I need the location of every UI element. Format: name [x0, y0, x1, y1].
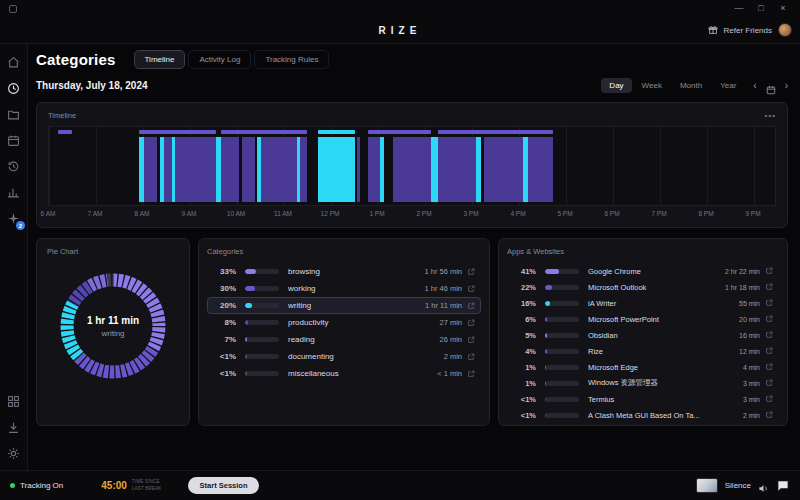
sidebar-item-download[interactable] [7, 421, 20, 434]
stat-row[interactable]: 22% Microsoft Outlook 1 hr 18 min [507, 279, 779, 295]
external-link-icon[interactable] [467, 370, 475, 378]
external-link-icon[interactable] [467, 268, 475, 276]
external-link-icon[interactable] [765, 299, 773, 307]
maximize-button[interactable]: □ [750, 0, 772, 17]
external-link-icon[interactable] [765, 395, 773, 403]
donut-center-value: 1 hr 11 min [87, 315, 139, 326]
timeline-chart[interactable] [48, 126, 776, 206]
stat-row[interactable]: <1% Termius 3 min [507, 391, 779, 407]
timeline-activity-segment[interactable] [357, 137, 360, 202]
timeline-session-segment[interactable] [318, 130, 356, 134]
timeline-session-segment[interactable] [58, 130, 72, 134]
sidebar-item-settings[interactable] [7, 447, 20, 460]
external-link-icon[interactable] [467, 302, 475, 310]
range-week[interactable]: Week [634, 78, 670, 93]
range-day[interactable]: Day [601, 78, 631, 93]
calendar-picker-button[interactable] [766, 81, 776, 91]
timeline-session-segment[interactable] [139, 130, 216, 134]
external-link-icon[interactable] [765, 331, 773, 339]
stat-row[interactable]: 20% writing 1 hr 11 min [207, 297, 481, 314]
range-year[interactable]: Year [712, 78, 744, 93]
stat-row[interactable]: <1% documenting 2 min [207, 348, 481, 365]
tab-tracking-rules[interactable]: Tracking Rules [254, 50, 329, 69]
chat-bubble-icon[interactable] [776, 479, 790, 493]
timeline-activity-segment[interactable] [175, 137, 216, 202]
timeline-activity-segment[interactable] [393, 137, 431, 202]
external-link-icon[interactable] [765, 347, 773, 355]
timeline-activity-segment[interactable] [164, 137, 172, 202]
stat-row[interactable]: <1% miscellaneous < 1 min [207, 365, 481, 382]
row-label: Microsoft PowerPoint [588, 315, 733, 324]
timeline-session-segment[interactable] [438, 130, 553, 134]
stat-row[interactable]: 8% productivity 27 min [207, 314, 481, 331]
timeline-activity-segment[interactable] [221, 137, 239, 202]
sidebar-item-calendar[interactable] [7, 134, 20, 147]
row-bar [545, 365, 579, 370]
external-link-icon[interactable] [467, 285, 475, 293]
donut-chart[interactable]: 1 hr 11 min writing [55, 268, 171, 384]
timeline-activity-segment[interactable] [300, 137, 307, 202]
sidebar-item-integrations[interactable] [7, 395, 20, 408]
sidebar-item-categories[interactable] [7, 82, 20, 95]
stat-row[interactable]: 33% browsing 1 hr 56 min [207, 263, 481, 280]
timeline-activity-segment[interactable] [438, 137, 476, 202]
timeline-activity-segment[interactable] [144, 137, 157, 202]
external-link-icon[interactable] [467, 319, 475, 327]
stat-row[interactable]: 1% Microsoft Edge 4 min [507, 359, 779, 375]
sidebar-item-home[interactable] [7, 56, 20, 69]
range-month[interactable]: Month [672, 78, 710, 93]
stat-row[interactable]: 4% Rize 12 min [507, 343, 779, 359]
stat-row[interactable]: 16% iA Writer 55 min [507, 295, 779, 311]
timeline-session-segment[interactable] [368, 130, 431, 134]
sidebar-item-projects[interactable] [7, 108, 20, 121]
sidebar-item-reports[interactable] [7, 186, 20, 199]
timeline-session-segment[interactable] [221, 130, 307, 134]
stat-row[interactable]: 5% Obsidian 16 min [507, 327, 779, 343]
external-link-icon[interactable] [467, 336, 475, 344]
timeline-activity-segment[interactable] [431, 137, 439, 202]
avatar[interactable] [778, 23, 792, 37]
timeline-activity-segment[interactable] [476, 137, 482, 202]
tabs: TimelineActivity LogTracking Rules [134, 50, 330, 69]
row-label: Microsoft Outlook [588, 283, 719, 292]
timeline-activity-segment[interactable] [242, 137, 255, 202]
external-link-icon[interactable] [765, 283, 773, 291]
speaker-icon[interactable] [758, 480, 769, 491]
sidebar-item-history[interactable] [7, 160, 20, 173]
timeline-menu-button[interactable]: ••• [765, 111, 776, 120]
external-link-icon[interactable] [765, 379, 773, 387]
donut-center-label: writing [101, 329, 124, 338]
tab-activity-log[interactable]: Activity Log [188, 50, 251, 69]
timeline-activity-segment[interactable] [318, 137, 356, 202]
next-day-button[interactable]: › [785, 81, 788, 91]
stat-row[interactable]: 41% Google Chrome 2 hr 22 min [507, 263, 779, 279]
timeline-activity-segment[interactable] [528, 137, 552, 202]
external-link-icon[interactable] [765, 315, 773, 323]
external-link-icon[interactable] [765, 363, 773, 371]
stat-row[interactable]: 6% Microsoft PowerPoint 20 min [507, 311, 779, 327]
stat-row[interactable]: 1% Windows 资源管理器 3 min [507, 375, 779, 391]
close-button[interactable]: × [772, 0, 794, 17]
external-link-icon[interactable] [765, 411, 773, 419]
tab-timeline[interactable]: Timeline [134, 50, 186, 69]
prev-day-button[interactable]: ‹ [753, 81, 756, 91]
external-link-icon[interactable] [467, 353, 475, 361]
stat-row[interactable]: 30% working 1 hr 46 min [207, 280, 481, 297]
refer-friends-link[interactable]: Refer Friends [724, 26, 772, 35]
stat-row[interactable]: 7% reading 26 min [207, 331, 481, 348]
external-link-icon[interactable] [765, 267, 773, 275]
row-bar-fill [545, 381, 546, 386]
stat-row[interactable]: <1% A Clash Meta GUI Based On Ta... 2 mi… [507, 407, 779, 423]
timeline-activity-segment[interactable] [380, 137, 384, 202]
timeline-activity-segment[interactable] [261, 137, 297, 202]
timeline-activity-segment[interactable] [368, 137, 381, 202]
sidebar-item-ai[interactable]: 2 [7, 212, 20, 225]
timeline-axis-label: 11 AM [274, 210, 292, 217]
minimize-button[interactable]: — [728, 0, 750, 17]
timeline-panel-title: Timeline [48, 111, 76, 120]
now-playing-thumbnail[interactable] [696, 478, 718, 493]
start-session-button[interactable]: Start Session [188, 477, 260, 494]
timeline-activity-segment[interactable] [484, 137, 523, 202]
timeline-axis-label: 10 AM [227, 210, 245, 217]
row-bar-fill [545, 333, 547, 338]
